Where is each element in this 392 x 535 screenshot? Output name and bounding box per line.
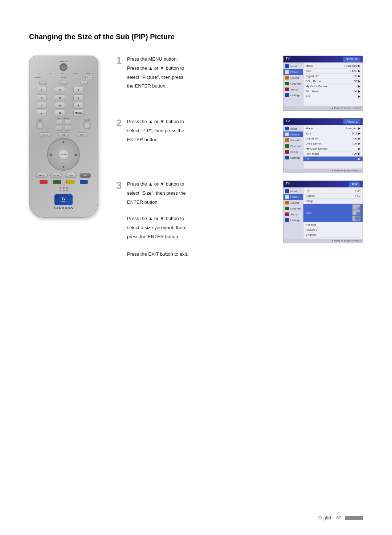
listings-icon-3 (285, 218, 289, 222)
menu-screen-1: TV Picture Input Pic (283, 56, 363, 111)
round-btn-3[interactable] (80, 81, 88, 85)
color-btn-green[interactable] (53, 180, 61, 184)
mute-label: MUTE (38, 119, 42, 121)
step-2-line1: Press the ▲ or ▼ button to (127, 118, 276, 126)
menu-row-pip3-aircatv: Air/CATV (306, 227, 360, 232)
sidebar-channel-label-1: Channel (290, 82, 301, 85)
pip-value-1: ▶ (358, 95, 360, 98)
dpad-up-arrow[interactable]: ▲ (62, 140, 65, 144)
num-4[interactable]: 4 (37, 94, 47, 101)
dpad-right-arrow[interactable]: ▶ (75, 153, 78, 157)
sidebar-sound-label-1: Sound (290, 76, 299, 80)
sidebar-listings-label-2: Listings (290, 156, 300, 159)
menu-tv-label-2: TV (286, 119, 290, 124)
num-5[interactable]: 5 (55, 94, 65, 101)
chpage-label: CH/PAGE (63, 118, 70, 119)
num-8[interactable]: 8 (55, 102, 65, 109)
footer-text-3: ♦ Move ↵ Enter ↩ Return (332, 239, 361, 242)
chlist-label: CH LIST (53, 175, 59, 177)
num-7[interactable]: 7 (37, 102, 47, 109)
vol-up-button[interactable] (56, 120, 62, 125)
exit-button[interactable]: EXIT (77, 132, 87, 137)
mode-button[interactable]: MODE (85, 76, 93, 79)
dnet-button[interactable]: D-Net (65, 173, 77, 178)
num-2[interactable]: 2 (55, 87, 65, 93)
num-0[interactable]: 0 (55, 110, 65, 116)
favch-button[interactable]: FAV.CH (36, 173, 48, 178)
step-2-block: 2 Press the ▲ or ▼ button to select "PIP… (116, 118, 363, 173)
pip-label-1: PIP (306, 95, 310, 98)
sidebar-listings-label-1: Listings (290, 94, 300, 97)
dot-3 (66, 187, 68, 189)
dot-1 (60, 187, 61, 189)
sidebar-channel-2: Channel (283, 143, 303, 149)
menu-2: TV Picture Input Pic (283, 118, 363, 173)
color-btn-yellow[interactable] (66, 180, 74, 184)
fwd-button[interactable]: FWD (58, 132, 69, 137)
step-3-extra2: select a size you want, then (127, 224, 276, 232)
channel-icon-1 (285, 82, 289, 85)
menu-row-pip3-source: Source : TV (306, 194, 360, 199)
sidebar-picture-label-3: Picture (290, 195, 299, 199)
dpad-down-arrow[interactable]: ▼ (62, 165, 65, 169)
footer-bar (345, 516, 363, 520)
size-label-1: Size (306, 69, 311, 73)
tvguide-label: TV Guide (60, 77, 66, 78)
rewind-button[interactable]: Rewind (40, 132, 50, 137)
pip-button[interactable]: PIP (79, 173, 91, 178)
num-6[interactable]: 6 (73, 94, 83, 101)
color-btn-blue[interactable] (80, 180, 88, 184)
dnr-value-2: : On ▶ (352, 137, 360, 140)
source-button[interactable] (83, 121, 91, 129)
dot-4 (60, 190, 61, 191)
sound-icon-2 (285, 138, 289, 142)
sidebar-listings-1: Listings (283, 92, 303, 98)
menu-1: TV Picture Input Pic (283, 56, 363, 111)
dnie-label-1: DNIe Demo (306, 80, 321, 83)
step-3-extra1: Press the ▲ or ▼ button to (127, 215, 276, 223)
ch-down-button[interactable] (65, 126, 71, 131)
num-1[interactable]: 1 (37, 87, 47, 93)
channel-icon-2 (285, 144, 289, 148)
sidebar-input-label-1: Input (290, 65, 297, 68)
num-3[interactable]: 3 (73, 87, 83, 93)
num-9[interactable]: 9 (73, 102, 83, 109)
menu-title-1: Picture (343, 57, 360, 62)
menu-row-pip3-size-selected: Size (303, 204, 363, 222)
source-label: SOURCE (84, 119, 90, 121)
pip-small-inset (358, 207, 360, 209)
menu-tv-label-3: TV (286, 182, 290, 187)
enter-button[interactable]: ENTER (58, 149, 69, 160)
menu-content-3: PIP : On Source : TV Swap (303, 187, 363, 239)
sidebar-setup-1: Setup (283, 86, 303, 92)
vol-down-button[interactable] (56, 126, 62, 131)
round-btn-1[interactable] (39, 81, 47, 85)
ch-up-button[interactable] (65, 120, 71, 125)
step-2-line3: ENTER button. (127, 136, 276, 144)
num-prech[interactable]: PRE-Ch (73, 110, 83, 116)
round-btn-2[interactable] (60, 81, 68, 85)
page-title: Changing the Size of the Sub (PIP) Pictu… (29, 33, 363, 41)
setup-icon-1 (285, 88, 289, 91)
num-dash[interactable]: - (37, 110, 47, 116)
instructions-section: 1 Press the MENU button. Press the ▲ or … (116, 56, 363, 260)
size-value-2: : 16:9 ▶ (350, 132, 360, 135)
exit-text-content: Press the EXIT button to exit. (127, 251, 363, 258)
dpad-left-arrow[interactable]: ◀ (49, 153, 52, 157)
pip3-position-label: Position (306, 223, 316, 226)
setup-icon-2 (285, 150, 289, 154)
picture-icon-1 (285, 70, 289, 74)
footer-text-2: ♦ Move ↵ Enter ↩ Return (332, 169, 361, 172)
color-value-1: ▶ (358, 85, 360, 88)
menu-header-2: TV Picture (283, 118, 363, 125)
dpad: ▲ ▼ ◀ ▶ ENTER (47, 138, 80, 171)
mute-button[interactable] (36, 121, 44, 129)
menu-row-pip3-position: Position (306, 222, 360, 227)
dnie-value-2: : Off ▶ (352, 142, 360, 145)
power-button[interactable] (60, 63, 68, 71)
sidebar-sound-label-3: Sound (290, 201, 299, 204)
color-btn-red[interactable] (40, 180, 48, 184)
power-label: POWER (33, 60, 94, 62)
menu-content-2: Mode : Standard ▶ Size : 16:9 ▶ Digital … (303, 125, 363, 169)
chlist-button[interactable]: CH LIST (50, 173, 62, 178)
